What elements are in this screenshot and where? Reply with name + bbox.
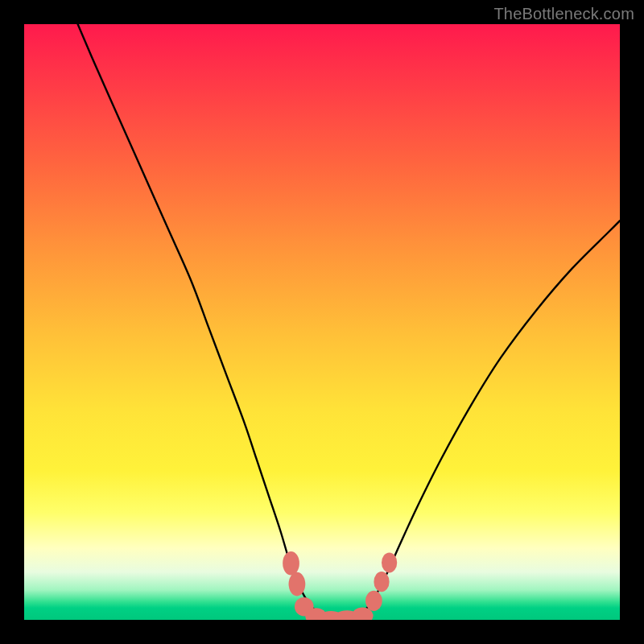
curve-marker <box>382 552 397 572</box>
curve-marker <box>374 572 389 592</box>
chart-svg <box>24 24 620 620</box>
marker-group <box>283 551 397 620</box>
curve-marker <box>283 551 299 576</box>
curve-marker <box>365 591 382 611</box>
plot-area <box>24 24 620 620</box>
bottleneck-curve <box>78 24 620 619</box>
chart-frame: TheBottleneck.com <box>0 0 644 644</box>
curve-marker <box>289 572 306 597</box>
watermark-text: TheBottleneck.com <box>493 5 634 23</box>
